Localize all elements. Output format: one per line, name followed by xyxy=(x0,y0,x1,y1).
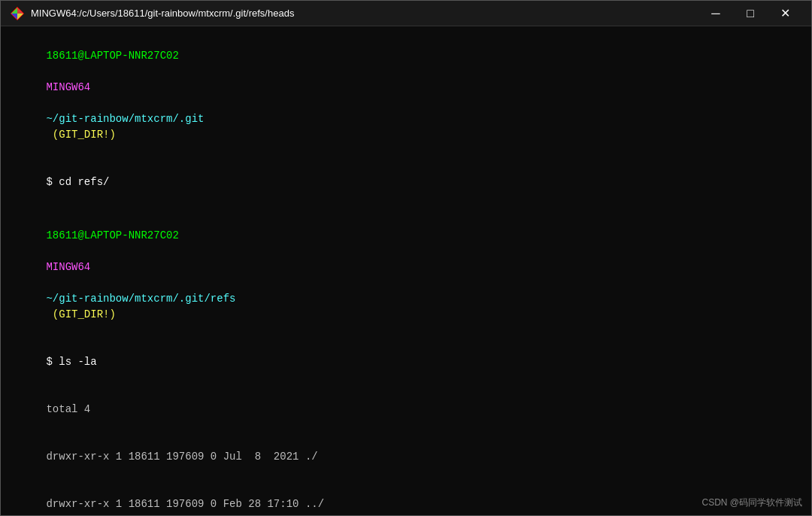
titlebar-left: MINGW64:/c/Users/18611/git-rainbow/mtxcr… xyxy=(10,6,294,21)
prompt-user: 18611@LAPTOP-NNR27C02 xyxy=(46,50,178,62)
svg-marker-4 xyxy=(17,14,23,20)
prompt-tag: (GIT_DIR!) xyxy=(46,129,115,141)
titlebar-title: MINGW64:/c/Users/18611/git-rainbow/mtxcr… xyxy=(31,8,294,19)
close-button[interactable]: ✕ xyxy=(768,1,802,26)
terminal-line: 18611@LAPTOP-NNR27C02 MINGW64 ~/git-rain… xyxy=(8,32,804,159)
terminal-line xyxy=(8,206,804,212)
terminal-line: $ cd refs/ xyxy=(8,159,804,206)
prompt-path: ~/git-rainbow/mtxcrm/.git xyxy=(46,113,204,125)
terminal-line: $ ls -la xyxy=(8,338,804,386)
terminal-line: drwxr-xr-x 1 18611 197609 0 Jul 8 2021 .… xyxy=(8,433,804,481)
watermark: CSDN @码同学软件测试 xyxy=(701,496,802,509)
app-icon xyxy=(10,6,25,21)
titlebar: MINGW64:/c/Users/18611/git-rainbow/mtxcr… xyxy=(1,1,811,26)
maximize-button[interactable]: □ xyxy=(733,1,768,26)
terminal-line: drwxr-xr-x 1 18611 197609 0 Feb 28 17:10… xyxy=(8,481,804,515)
titlebar-controls: ─ □ ✕ xyxy=(698,1,802,26)
terminal-line: total 4 xyxy=(8,386,804,433)
terminal-window: MINGW64:/c/Users/18611/git-rainbow/mtxcr… xyxy=(0,0,812,516)
minimize-button[interactable]: ─ xyxy=(698,1,733,26)
terminal-line: 18611@LAPTOP-NNR27C02 MINGW64 ~/git-rain… xyxy=(8,212,804,338)
terminal-body[interactable]: 18611@LAPTOP-NNR27C02 MINGW64 ~/git-rain… xyxy=(1,26,811,515)
prompt-shell: MINGW64 xyxy=(46,81,90,93)
